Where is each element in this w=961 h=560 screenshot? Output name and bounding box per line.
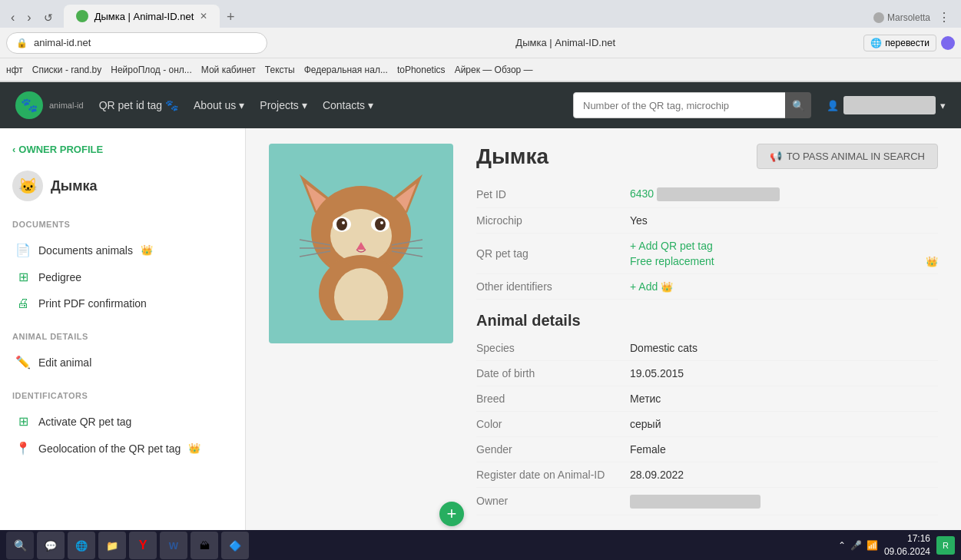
taskbar-mic-icon: 🎤 bbox=[850, 540, 862, 551]
owner-label: Owner bbox=[476, 495, 630, 507]
browser-tab-active[interactable]: Дымка | Animal-ID.net ✕ bbox=[64, 5, 220, 28]
tab-close-btn[interactable]: ✕ bbox=[200, 11, 207, 22]
petid-link[interactable]: 6430 bbox=[630, 187, 780, 200]
pet-image bbox=[269, 144, 453, 343]
species-value: Domestic cats bbox=[630, 342, 938, 354]
info-row-register-date: Register date on Animal-ID 28.09.2022 bbox=[476, 462, 938, 488]
taskbar-files[interactable]: 📁 bbox=[98, 532, 126, 559]
bookmark-texts[interactable]: Тексты bbox=[265, 65, 295, 75]
nav-link-contacts[interactable]: Contacts ▾ bbox=[323, 99, 373, 111]
nav-link-qr[interactable]: QR pet id tag 🐾 bbox=[99, 99, 178, 111]
sidebar-item-geolocation[interactable]: 📍 Geolocation of the QR pet tag 👑 bbox=[12, 435, 233, 462]
taskbar-date-value: 09.06.2024 bbox=[884, 545, 930, 558]
crown-icon-geo: 👑 bbox=[188, 442, 200, 454]
color-label: Color bbox=[476, 418, 630, 430]
sidebar-item-documents[interactable]: 📄 Documents animals 👑 bbox=[12, 237, 233, 263]
logo-icon: 🐾 bbox=[15, 91, 43, 119]
info-row-qrtag: QR pet tag + Add QR pet tag Free replace… bbox=[476, 234, 938, 274]
other-ids-label: Other identifiers bbox=[476, 280, 630, 293]
free-replacement-link[interactable]: Free replacement bbox=[630, 255, 923, 267]
bookmark-neiro[interactable]: НейроПлод - онл... bbox=[111, 65, 192, 75]
sidebar-item-activate-qr[interactable]: ⊞ Activate QR pet tag bbox=[12, 408, 233, 435]
info-row-microchip: Microchip Yes bbox=[476, 208, 938, 234]
qrtag-label: QR pet tag bbox=[476, 247, 630, 260]
nav-refresh[interactable]: ↺ bbox=[39, 8, 58, 27]
dob-label: Date of birth bbox=[476, 367, 630, 379]
add-other-id-link[interactable]: + Add bbox=[630, 280, 658, 293]
info-row-species: Species Domestic cats bbox=[476, 336, 938, 361]
crown-icon-otherid: 👑 bbox=[661, 281, 673, 293]
browser-toolbar: 🔒 animal-id.net Дымка | Animal-ID.net 🌐 … bbox=[0, 28, 961, 58]
add-qr-link[interactable]: + Add QR pet tag bbox=[630, 240, 938, 252]
info-row-petid: Pet ID 6430 bbox=[476, 181, 938, 208]
nav-forward[interactable]: › bbox=[22, 8, 35, 28]
taskbar-left: 🔍 💬 🌐 📁 Y W 🏔 🔷 bbox=[6, 532, 249, 559]
petid-blurred bbox=[657, 187, 780, 201]
geolocation-label: Geolocation of the QR pet tag bbox=[38, 442, 181, 455]
taskbar-chrome[interactable]: 🌐 bbox=[68, 532, 95, 559]
pass-btn-label: TO PASS ANIMAL IN SEARCH bbox=[787, 151, 925, 162]
new-tab-btn[interactable]: + bbox=[220, 6, 241, 28]
taskbar-app2[interactable]: 🔷 bbox=[221, 532, 249, 559]
bookmark-tophonetics[interactable]: toPhonetics bbox=[397, 65, 446, 75]
pet-header: + Дымка 📢 TO PASS ANIMAL IN SEARCH bbox=[269, 144, 938, 515]
document-icon: 📄 bbox=[15, 243, 31, 257]
nav-link-about[interactable]: About us ▾ bbox=[194, 99, 244, 111]
address-text: animal-id.net bbox=[34, 37, 91, 48]
app: 🐾 animal-id QR pet id tag 🐾 About us ▾ P… bbox=[0, 82, 961, 530]
info-row-dob: Date of birth 19.05.2015 bbox=[476, 361, 938, 386]
svg-point-8 bbox=[336, 218, 347, 230]
bookmark-rand[interactable]: Списки - rand.by bbox=[32, 65, 102, 75]
address-bar[interactable]: 🔒 animal-id.net bbox=[6, 32, 267, 54]
lock-icon: 🔒 bbox=[16, 38, 28, 48]
browser-menu-btn[interactable]: ⋮ bbox=[933, 7, 955, 28]
add-photo-btn[interactable]: + bbox=[439, 502, 464, 526]
bookmark-federal[interactable]: Федеральная нал... bbox=[304, 65, 388, 75]
species-label: Species bbox=[476, 342, 630, 354]
nav-user[interactable]: 👤 ▾ bbox=[827, 96, 946, 114]
tab-favicon bbox=[76, 10, 88, 22]
taskbar-yandex[interactable]: Y bbox=[129, 532, 157, 559]
bookmark-nft[interactable]: нфт bbox=[6, 65, 23, 75]
back-link[interactable]: ‹ OWNER PROFILE bbox=[12, 144, 233, 155]
sidebar-section-animal-details: ANIMAL DETAILS ✏️ Edit animal bbox=[12, 332, 233, 376]
taskbar-telegram[interactable]: 💬 bbox=[37, 532, 65, 559]
taskbar-word[interactable]: W bbox=[160, 532, 187, 559]
pass-animal-btn[interactable]: 📢 TO PASS ANIMAL IN SEARCH bbox=[757, 144, 938, 169]
pet-info: Дымка 📢 TO PASS ANIMAL IN SEARCH Pet ID bbox=[476, 144, 938, 515]
color-value: серый bbox=[630, 418, 938, 430]
info-row-color: Color серый bbox=[476, 412, 938, 437]
taskbar-time-value: 17:16 bbox=[884, 532, 930, 545]
sidebar-item-pedigree[interactable]: ⊞ Pedigree bbox=[12, 263, 233, 290]
taskbar-network-icon: 📶 bbox=[867, 540, 878, 551]
start-btn[interactable]: 🔍 bbox=[6, 532, 34, 559]
info-row-other-ids: Other identifiers + Add 👑 bbox=[476, 274, 938, 300]
svg-point-9 bbox=[375, 218, 386, 230]
bookmark-cabinet[interactable]: Мой кабинет bbox=[201, 65, 256, 75]
search-input[interactable] bbox=[573, 92, 788, 118]
browser-chrome: ‹ › ↺ Дымка | Animal-ID.net ✕ + Marsolet… bbox=[0, 0, 961, 82]
nav-links: QR pet id tag 🐾 About us ▾ Projects ▾ Co… bbox=[99, 99, 558, 111]
nav-back[interactable]: ‹ bbox=[6, 8, 19, 28]
taskbar-clock: 17:16 09.06.2024 bbox=[884, 532, 930, 558]
profile-name: Дымка bbox=[51, 178, 98, 194]
taskbar-photos[interactable]: 🏔 bbox=[191, 532, 218, 559]
qrtag-value: + Add QR pet tag Free replacement 👑 bbox=[630, 240, 938, 267]
translate-btn[interactable]: 🌐 перевести bbox=[863, 35, 936, 51]
taskbar: 🔍 💬 🌐 📁 Y W 🏔 🔷 ⌃ 🎤 📶 17:16 09.06.2024 R bbox=[0, 530, 961, 560]
dob-value: 19.05.2015 bbox=[630, 367, 938, 379]
print-label: Print PDF confirmation bbox=[38, 297, 147, 310]
nav-link-projects[interactable]: Projects ▾ bbox=[260, 99, 307, 111]
taskbar-arrow-icon: ⌃ bbox=[838, 540, 846, 551]
sidebar-item-print[interactable]: 🖨 Print PDF confirmation bbox=[12, 290, 233, 316]
tab-title: Дымка | Animal-ID.net bbox=[94, 11, 194, 22]
sidebar-item-edit[interactable]: ✏️ Edit animal bbox=[12, 349, 233, 376]
info-row-breed: Breed Метис bbox=[476, 386, 938, 412]
translate-icon: 🌐 bbox=[870, 38, 882, 48]
identificators-label: IDENTIFICATORS bbox=[12, 391, 233, 400]
user-icon[interactable] bbox=[873, 12, 884, 23]
info-row-owner: Owner bbox=[476, 488, 938, 515]
extension-icon bbox=[941, 36, 955, 50]
bookmark-airec[interactable]: Айрек — Обзор — bbox=[455, 65, 533, 75]
search-btn[interactable]: 🔍 bbox=[785, 92, 811, 118]
